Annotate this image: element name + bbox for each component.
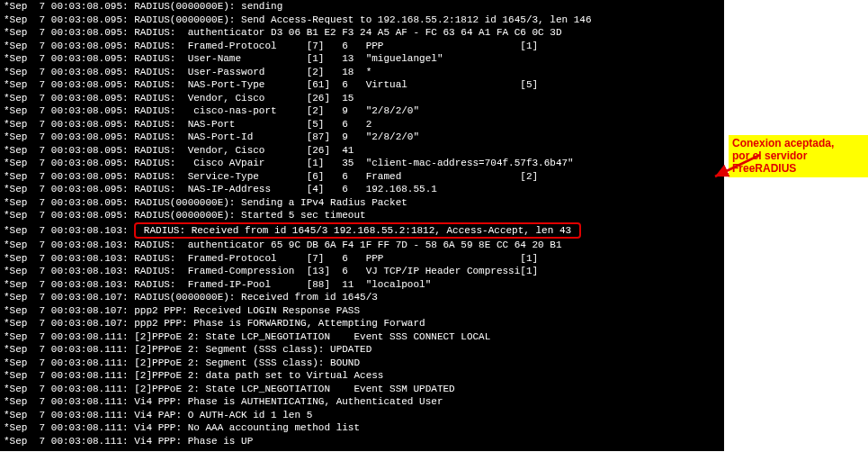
log-line: *Sep 7 00:03:08.095: RADIUS(0000000E): S… [4,196,720,210]
log-line: *Sep 7 00:03:08.103: RADIUS: Framed-Comp… [4,265,720,278]
log-line: *Sep 7 00:03:08.095: RADIUS: NAS-Port-Ty… [4,78,720,92]
log-line: *Sep 7 00:03:08.103: RADIUS: Framed-IP-P… [4,278,720,292]
log-line: *Sep 7 00:03:08.111: Vi4 PAP: O AUTH-ACK… [4,409,720,422]
log-line: *Sep 7 00:03:08.111: Vi4 PPP: Phase is A… [4,395,720,409]
log-line: *Sep 7 00:03:08.095: RADIUS(0000000E): S… [4,209,720,222]
log-line: *Sep 7 00:03:08.107: ppp2 PPP: Phase is … [4,317,720,330]
log-line: *Sep 7 00:03:08.111: Vi4 PPP: No AAA acc… [4,421,720,435]
log-line: *Sep 7 00:03:08.095: RADIUS(0000000E): S… [4,14,720,27]
log-line: *Sep 7 00:03:08.095: RADIUS: authenticat… [4,26,720,40]
log-line: *Sep 7 00:03:08.107: RADIUS(0000000E): R… [4,291,720,304]
annotation-callout: Conexion aceptada, por el servidor FreeR… [729,135,868,177]
log-line: *Sep 7 00:03:08.111: [2]PPPoE 2: data pa… [4,369,720,383]
log-line: *Sep 7 00:03:08.095: RADIUS: NAS-IP-Addr… [4,183,720,196]
log-line: *Sep 7 00:03:08.095: RADIUS: Framed-Prot… [4,40,720,53]
log-line: *Sep 7 00:03:08.111: Vi4 PPP: Phase is U… [4,435,720,448]
log-line: *Sep 7 00:03:08.095: RADIUS: Cisco AVpai… [4,157,720,170]
log-line: *Sep 7 00:03:08.095: RADIUS: Service-Typ… [4,170,720,184]
log-line: *Sep 7 00:03:08.095: RADIUS: NAS-Port [5… [4,118,720,131]
log-line: *Sep 7 00:03:08.095: RADIUS: Vendor, Cis… [4,92,720,105]
log-line: *Sep 7 00:03:08.103: RADIUS: authenticat… [4,239,720,252]
log-line: *Sep 7 00:03:08.095: RADIUS: User-Name [… [4,52,720,66]
log-line: *Sep 7 00:03:08.095: RADIUS: Vendor, Cis… [4,144,720,158]
log-line: *Sep 7 00:03:08.095: RADIUS: NAS-Port-Id… [4,131,720,144]
screenshot-wrap: *Sep 7 00:03:08.095: RADIUS(0000000E): s… [0,0,868,461]
log-line: *Sep 7 00:03:08.095: RADIUS(0000000E): s… [4,0,720,14]
log-line: *Sep 7 00:03:08.095: RADIUS: cisco-nas-p… [4,104,720,118]
log-line: *Sep 7 00:03:08.103: RADIUS: Framed-Prot… [4,252,720,266]
highlighted-log-line: RADIUS: Received from id 1645/3 192.168.… [134,222,580,240]
log-line: *Sep 7 00:03:08.107: ppp2 PPP: Received … [4,304,720,318]
log-line: *Sep 7 00:03:08.103: RADIUS: Received fr… [4,222,720,240]
log-line: *Sep 7 00:03:08.111: [2]PPPoE 2: State L… [4,330,720,344]
log-line: *Sep 7 00:03:08.111: [2]PPPoE 2: State L… [4,383,720,396]
log-line: *Sep 7 00:03:08.095: RADIUS: User-Passwo… [4,66,720,79]
terminal-output: *Sep 7 00:03:08.095: RADIUS(0000000E): s… [0,0,724,451]
callout-line1: Conexion aceptada, [732,137,834,149]
log-line: *Sep 7 00:03:08.111: [2]PPPoE 2: Segment… [4,357,720,370]
callout-line2: por el servidor FreeRADIUS [732,149,807,175]
log-line: *Sep 7 00:03:08.111: [2]PPPoE 2: Segment… [4,343,720,357]
